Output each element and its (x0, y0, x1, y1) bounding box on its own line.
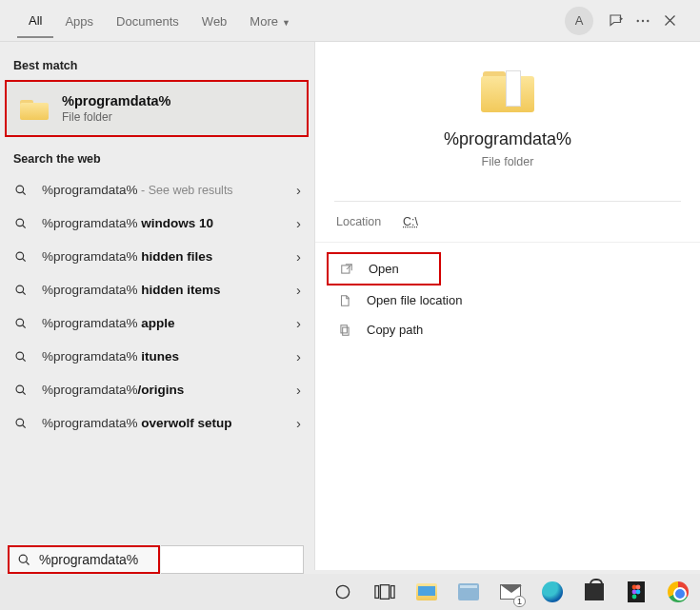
avatar[interactable]: A (565, 7, 593, 35)
web-result-text: %programdata%/origins (42, 383, 283, 397)
search-icon (13, 284, 29, 297)
copy-path-action[interactable]: Copy path (327, 315, 689, 344)
close-icon[interactable] (656, 8, 683, 34)
web-result-item[interactable]: %programdata% - See web results› (0, 173, 314, 207)
search-icon (13, 384, 29, 397)
web-result-text: %programdata% itunes (42, 349, 283, 364)
search-icon (13, 184, 29, 197)
svg-point-1 (642, 19, 644, 21)
location-row: Location C:\ (315, 202, 700, 243)
tab-apps[interactable]: Apps (53, 4, 105, 37)
svg-point-15 (336, 585, 349, 598)
web-result-item[interactable]: %programdata% hidden files› (0, 240, 314, 273)
chevron-right-icon: › (296, 248, 301, 265)
web-header: Search the web (0, 147, 314, 173)
search-box[interactable] (8, 545, 160, 574)
svg-rect-11 (342, 265, 350, 272)
feedback-icon[interactable] (603, 8, 630, 34)
open-action[interactable]: Open (327, 252, 441, 285)
tab-web[interactable]: Web (190, 4, 239, 37)
svg-point-10 (16, 419, 24, 426)
chevron-right-icon: › (296, 282, 301, 298)
more-options-icon[interactable] (630, 8, 656, 34)
folder-large-icon (481, 69, 534, 112)
best-match-title: %programdata% (62, 93, 170, 108)
store-icon[interactable] (575, 576, 613, 608)
web-result-text: %programdata% overwolf setup (42, 416, 283, 430)
location-label: Location (336, 215, 403, 228)
chevron-right-icon: › (296, 315, 301, 331)
chevron-right-icon: › (296, 415, 301, 431)
web-result-item[interactable]: %programdata% itunes› (0, 340, 314, 373)
web-result-item[interactable]: %programdata% overwolf setup› (0, 406, 314, 440)
best-match-subtitle: File folder (62, 110, 170, 124)
copy-icon (338, 324, 353, 337)
search-tabs: All Apps Documents Web More▼ A (0, 0, 700, 42)
svg-point-14 (19, 555, 27, 562)
web-result-text: %programdata% hidden items (42, 283, 283, 297)
figma-icon[interactable] (617, 576, 655, 608)
chevron-right-icon: › (296, 348, 301, 364)
chevron-right-icon: › (296, 215, 301, 231)
folder-icon (20, 97, 49, 120)
task-view-icon[interactable] (366, 576, 404, 608)
svg-point-4 (16, 219, 24, 226)
search-icon (13, 350, 29, 364)
chevron-right-icon: › (296, 182, 301, 198)
search-icon (13, 217, 29, 230)
svg-point-8 (16, 352, 24, 360)
search-box-extension[interactable] (161, 545, 304, 574)
preview-panel: %programdata% File folder Location C:\ O… (314, 42, 700, 570)
svg-point-9 (16, 385, 24, 393)
file-explorer-icon[interactable] (408, 576, 446, 608)
cortana-icon[interactable] (324, 576, 362, 608)
web-result-item[interactable]: %programdata%/origins› (0, 373, 314, 406)
search-icon (13, 317, 29, 330)
svg-point-0 (637, 19, 639, 21)
open-label: Open (369, 262, 399, 276)
open-icon (340, 263, 355, 276)
open-file-location-label: Open file location (367, 293, 462, 307)
web-result-text: %programdata% apple (42, 316, 283, 330)
web-result-item[interactable]: %programdata% windows 10› (0, 207, 314, 240)
chevron-right-icon: › (296, 382, 301, 398)
chrome-icon[interactable] (659, 576, 697, 608)
svg-rect-16 (375, 586, 379, 599)
web-result-text: %programdata% hidden files (42, 249, 283, 264)
web-result-item[interactable]: %programdata% apple› (0, 306, 314, 340)
preview-title: %programdata% (334, 129, 681, 149)
chevron-down-icon: ▼ (282, 18, 290, 28)
svg-point-6 (16, 285, 24, 293)
best-match-header: Best match (0, 53, 314, 80)
web-result-item[interactable]: %programdata% hidden items› (0, 273, 314, 306)
svg-rect-12 (341, 325, 347, 332)
svg-point-23 (632, 595, 637, 600)
preview-subtitle: File folder (334, 155, 681, 168)
svg-point-7 (16, 319, 24, 326)
open-file-location-action[interactable]: Open file location (327, 285, 689, 315)
copy-path-label: Copy path (367, 323, 423, 337)
svg-point-5 (16, 252, 24, 260)
svg-point-3 (16, 186, 24, 193)
svg-rect-18 (390, 586, 394, 599)
svg-rect-13 (343, 327, 349, 335)
web-result-text: %programdata% windows 10 (42, 216, 283, 230)
svg-point-22 (636, 590, 641, 595)
tab-more[interactable]: More▼ (238, 4, 302, 37)
mail-icon[interactable]: 1 (491, 576, 530, 608)
location-value[interactable]: C:\ (403, 215, 418, 228)
search-icon (17, 553, 31, 567)
files-app-icon[interactable] (450, 576, 488, 608)
tab-all[interactable]: All (17, 3, 53, 38)
search-icon (13, 417, 29, 430)
best-match-result[interactable]: %programdata% File folder (5, 80, 309, 137)
main-area: Best match %programdata% File folder Sea… (0, 42, 700, 570)
mail-badge: 1 (513, 596, 526, 607)
web-results-list: %programdata% - See web results›%program… (0, 173, 314, 440)
taskbar: 1 (0, 574, 700, 610)
svg-rect-17 (380, 585, 389, 600)
svg-point-20 (636, 585, 641, 590)
edge-icon[interactable] (533, 576, 571, 608)
tab-documents[interactable]: Documents (105, 4, 190, 37)
search-icon (13, 250, 29, 264)
